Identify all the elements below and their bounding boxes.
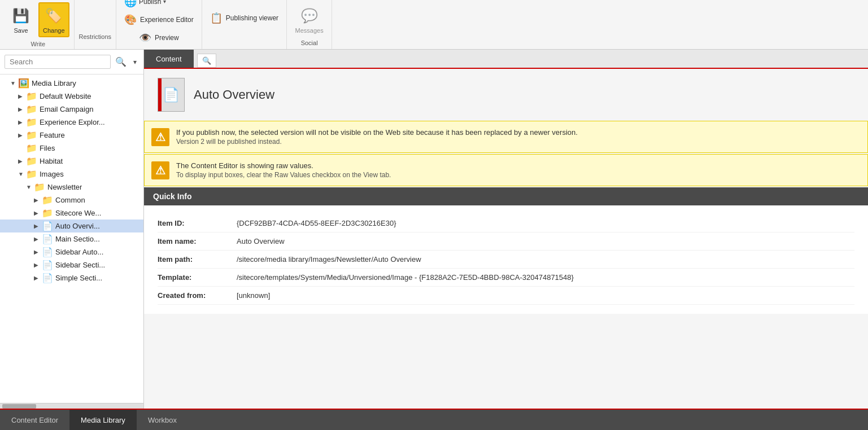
publish-button[interactable]: 🌐 Publish ▾ xyxy=(121,0,197,10)
expand-icon: ▶ xyxy=(34,210,42,216)
warning-banner-1: ⚠ If you publish now, the selected versi… xyxy=(144,121,868,153)
item-id-value: {DCF92BB7-4CDA-4D55-8EEF-2D3C30216E30} xyxy=(237,219,854,227)
item-label: Common xyxy=(55,196,85,204)
expand-icon: ▼ xyxy=(26,184,34,190)
item-label: Media Library xyxy=(32,79,76,87)
messages-button[interactable]: 💬 Messages xyxy=(292,3,327,36)
bottom-tab-media-library[interactable]: Media Library xyxy=(69,410,137,430)
tree-item-feature[interactable]: ▶📁Feature xyxy=(0,129,143,142)
publish-group: 🌐 Publish ▾ 🎨 Experience Editor 👁️ Previ… xyxy=(116,0,202,49)
tree-item-newsletter[interactable]: ▼📁Newsletter xyxy=(0,181,143,194)
preview-button[interactable]: 👁️ Preview xyxy=(121,30,197,46)
tree-item-default-website[interactable]: ▶📁Default Website xyxy=(0,90,143,103)
social-group: 💬 Messages Social xyxy=(287,0,332,49)
item-label: Email Campaign xyxy=(40,105,93,113)
warning-1-sub: Version 2 will be published instead. xyxy=(176,138,858,146)
tree-item-main-section[interactable]: ▶📄Main Sectio... xyxy=(0,232,143,245)
tab-content[interactable]: Content xyxy=(144,50,194,68)
item-name-label: Item name: xyxy=(158,237,237,245)
tree-item-common[interactable]: ▶📁Common xyxy=(0,194,143,207)
item-icon: 📁 xyxy=(26,117,37,128)
item-icon: 📁 xyxy=(26,104,37,115)
publish-icon: 🌐 xyxy=(124,0,137,8)
experience-editor-icon: 🎨 xyxy=(124,14,137,26)
item-label: Simple Secti... xyxy=(55,274,102,282)
tree-item-sidebar-section[interactable]: ▶📄Sidebar Secti... xyxy=(0,258,143,271)
item-icon: 📁 xyxy=(26,156,37,166)
publishing-viewer-icon: 📋 xyxy=(210,12,223,24)
item-icon: 📄 xyxy=(42,260,53,270)
page-header: 📄 Auto Overview xyxy=(144,69,868,121)
item-icon: 📁 xyxy=(26,169,37,179)
change-icon: 🏷️ xyxy=(43,6,64,26)
template-value: /sitecore/templates/System/Media/Unversi… xyxy=(237,273,854,282)
tree-item-auto-overview[interactable]: ▶📄Auto Overvi... xyxy=(0,220,143,232)
save-button[interactable]: 💾 Save xyxy=(7,3,35,36)
item-label: Sitecore We... xyxy=(55,209,101,217)
item-name-value: Auto Overview xyxy=(237,237,854,245)
messages-icon: 💬 xyxy=(299,6,320,26)
publishing-viewer-group: 📋 Publishing viewer xyxy=(202,0,287,49)
expand-icon: ▶ xyxy=(34,262,42,268)
tree-item-habitat[interactable]: ▶📁Habitat xyxy=(0,155,143,168)
search-bar: 🔍 ▾ xyxy=(0,50,143,74)
expand-icon: ▶ xyxy=(18,106,26,112)
item-icon: 📄 xyxy=(42,221,53,231)
template-label: Template: xyxy=(158,273,237,282)
tree-item-simple-section[interactable]: ▶📄Simple Secti... xyxy=(0,271,143,284)
write-group-label: Write xyxy=(31,41,45,47)
expand-icon: ▼ xyxy=(18,171,26,177)
item-icon: 📁 xyxy=(42,208,53,218)
item-label: Files xyxy=(40,144,55,152)
search-tab-icon: 🔍 xyxy=(202,56,211,65)
tree-item-email-campaign[interactable]: ▶📁Email Campaign xyxy=(0,103,143,116)
item-label: Images xyxy=(40,170,64,178)
tree: ▼🖼️Media Library▶📁Default Website▶📁Email… xyxy=(0,74,143,403)
quick-info-header: Quick Info xyxy=(144,187,868,205)
warning-1-main: If you publish now, the selected version… xyxy=(176,128,858,137)
expand-icon: ▶ xyxy=(18,93,26,99)
item-label: Main Sectio... xyxy=(55,235,100,243)
warning-banner-2: ⚠ The Content Editor is showing raw valu… xyxy=(144,154,868,186)
item-label: Feature xyxy=(40,131,65,139)
warning-2-sub: To display input boxes, clear the Raw Va… xyxy=(176,171,858,179)
search-icon[interactable]: 🔍 xyxy=(113,54,129,69)
change-button[interactable]: 🏷️ Change xyxy=(38,2,69,37)
tab-search[interactable]: 🔍 xyxy=(197,54,216,68)
experience-editor-button[interactable]: 🎨 Experience Editor xyxy=(121,12,197,28)
tree-item-sitecore-we[interactable]: ▶📁Sitecore We... xyxy=(0,207,143,220)
tree-item-media-library[interactable]: ▼🖼️Media Library xyxy=(0,77,143,90)
item-icon: 📁 xyxy=(26,91,37,102)
bottom-tab-workbox[interactable]: Workbox xyxy=(137,410,188,430)
tree-item-files[interactable]: 📁Files xyxy=(0,142,143,155)
item-label: Habitat xyxy=(40,157,63,165)
expand-icon: ▶ xyxy=(34,236,42,242)
item-label: Sidebar Secti... xyxy=(55,261,105,269)
page-icon: 📄 xyxy=(158,78,185,112)
item-icon: 📁 xyxy=(34,182,45,192)
tree-item-images[interactable]: ▼📁Images xyxy=(0,168,143,181)
social-group-label: Social xyxy=(301,40,318,46)
expand-icon: ▶ xyxy=(34,249,42,255)
restrictions-label: Restrictions xyxy=(79,33,111,40)
bottom-tab-content-editor[interactable]: Content Editor xyxy=(0,410,69,430)
item-label: Default Website xyxy=(40,92,91,100)
publishing-viewer-button[interactable]: 📋 Publishing viewer xyxy=(207,10,282,26)
warning-2-main: The Content Editor is showing raw values… xyxy=(176,161,858,170)
expand-icon: ▶ xyxy=(18,158,26,164)
tree-item-sidebar-auto[interactable]: ▶📄Sidebar Auto... xyxy=(0,245,143,258)
item-label: Experience Explor... xyxy=(40,118,105,126)
dropdown-icon[interactable]: ▾ xyxy=(131,56,139,68)
tree-item-experience-explorer[interactable]: ▶📁Experience Explor... xyxy=(0,116,143,129)
item-icon: 📄 xyxy=(42,273,53,283)
template-row: Template: /sitecore/templates/System/Med… xyxy=(158,269,854,287)
item-label: Sidebar Auto... xyxy=(55,248,103,256)
sidebar-horizontal-scrollbar[interactable] xyxy=(0,403,143,409)
sidebar: 🔍 ▾ ▼🖼️Media Library▶📁Default Website▶📁E… xyxy=(0,50,144,409)
expand-icon: ▶ xyxy=(18,119,26,125)
item-icon: 📄 xyxy=(42,234,53,244)
restrictions-group: Restrictions xyxy=(75,0,116,49)
search-input[interactable] xyxy=(5,55,111,69)
write-group: 💾 Save 🏷️ Change Write xyxy=(2,0,75,49)
created-from-label: Created from: xyxy=(158,291,237,300)
